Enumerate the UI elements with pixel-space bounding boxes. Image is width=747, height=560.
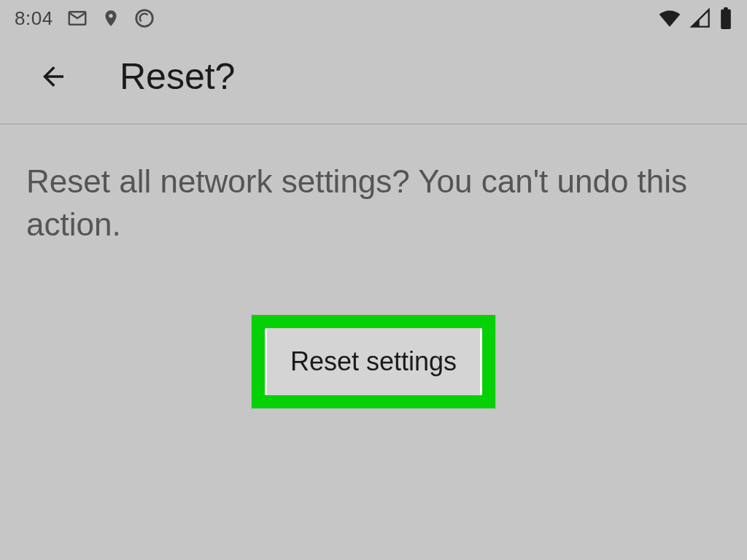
warning-text: Reset all network settings? You can't un… (26, 160, 721, 246)
button-area: Reset settings (26, 315, 721, 408)
reset-settings-button[interactable]: Reset settings (265, 328, 482, 395)
circle-outline-icon (133, 7, 155, 29)
app-bar: Reset? (0, 35, 747, 123)
content-area: Reset all network settings? You can't un… (0, 125, 747, 409)
wifi-icon (658, 9, 681, 28)
status-bar-left: 8:04 (15, 7, 155, 30)
battery-icon (719, 7, 732, 29)
mail-icon (66, 7, 88, 29)
status-bar: 8:04 (0, 0, 747, 35)
svg-rect-3 (724, 7, 727, 10)
highlight-frame: Reset settings (252, 315, 495, 408)
status-time: 8:04 (15, 7, 53, 30)
page-title: Reset? (120, 55, 235, 98)
svg-point-1 (136, 10, 152, 27)
status-bar-right (658, 7, 732, 29)
back-arrow-icon[interactable] (38, 61, 69, 92)
location-icon (101, 7, 120, 29)
cellular-signal-icon (690, 8, 711, 28)
svg-rect-2 (721, 9, 731, 29)
